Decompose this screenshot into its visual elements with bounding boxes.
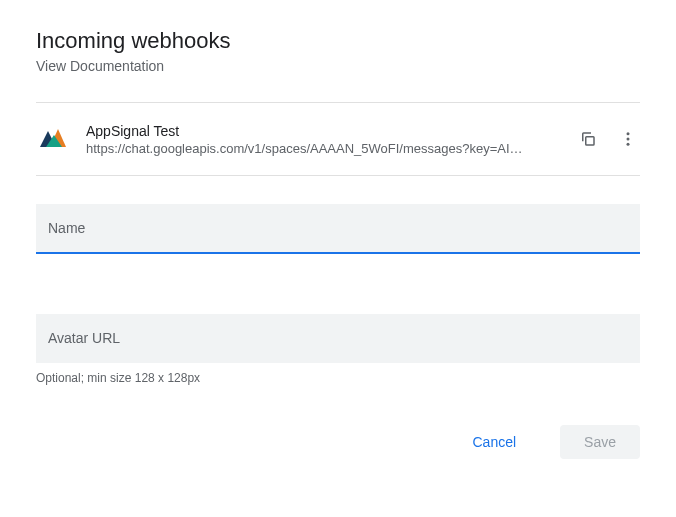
name-input[interactable] xyxy=(36,204,640,254)
webhook-info: AppSignal Test https://chat.googleapis.c… xyxy=(86,123,564,156)
cancel-button[interactable]: Cancel xyxy=(448,425,540,459)
avatar-helper-text: Optional; min size 128 x 128px xyxy=(36,371,640,385)
save-button: Save xyxy=(560,425,640,459)
svg-point-5 xyxy=(627,138,630,141)
svg-point-6 xyxy=(627,143,630,146)
button-row: Cancel Save xyxy=(36,425,640,459)
webhook-avatar xyxy=(36,121,72,157)
svg-rect-3 xyxy=(586,137,594,145)
webhook-actions xyxy=(576,127,640,151)
appsignal-logo-icon xyxy=(36,121,72,157)
svg-point-4 xyxy=(627,132,630,135)
webhook-url: https://chat.googleapis.com/v1/spaces/AA… xyxy=(86,141,526,156)
webhook-name: AppSignal Test xyxy=(86,123,564,139)
copy-button[interactable] xyxy=(576,127,600,151)
more-vertical-icon xyxy=(619,130,637,148)
form-section: Optional; min size 128 x 128px xyxy=(36,204,640,385)
avatar-url-input[interactable] xyxy=(36,314,640,363)
divider xyxy=(36,175,640,176)
view-documentation-link[interactable]: View Documentation xyxy=(36,58,640,74)
more-options-button[interactable] xyxy=(616,127,640,151)
copy-icon xyxy=(579,130,597,148)
dialog-container: Incoming webhooks View Documentation App… xyxy=(36,28,640,459)
webhook-row: AppSignal Test https://chat.googleapis.c… xyxy=(36,103,640,175)
page-title: Incoming webhooks xyxy=(36,28,640,54)
